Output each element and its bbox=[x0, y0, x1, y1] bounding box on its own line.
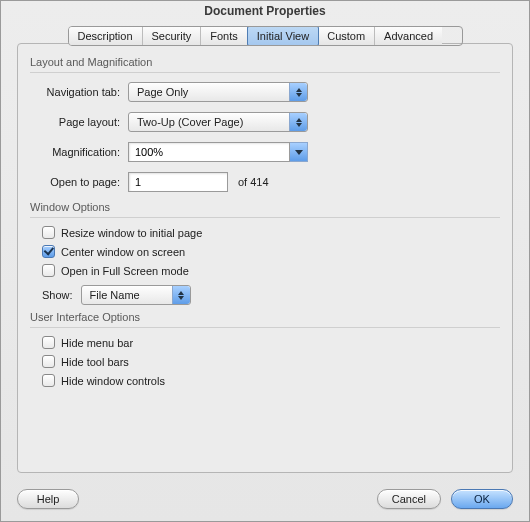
tab-initial-view[interactable]: Initial View bbox=[247, 26, 319, 46]
initial-view-panel: Layout and Magnification Navigation tab:… bbox=[17, 43, 513, 473]
window-title: Document Properties bbox=[1, 1, 529, 26]
updown-icon bbox=[172, 286, 190, 304]
ok-button[interactable]: OK bbox=[451, 489, 513, 509]
page-count-label: of 414 bbox=[238, 176, 269, 188]
magnification-label: Magnification: bbox=[30, 146, 128, 158]
hide-menubar-checkbox[interactable] bbox=[42, 336, 55, 349]
dialog-footer: Help Cancel OK bbox=[17, 489, 513, 509]
navigation-tab-value: Page Only bbox=[137, 86, 188, 98]
chevron-down-icon bbox=[290, 142, 308, 162]
tab-advanced[interactable]: Advanced bbox=[375, 27, 442, 45]
navigation-tab-select[interactable]: Page Only bbox=[128, 82, 308, 102]
fullscreen-label: Open in Full Screen mode bbox=[61, 265, 189, 277]
updown-icon bbox=[289, 113, 307, 131]
layout-group-header: Layout and Magnification bbox=[30, 56, 500, 73]
resize-window-checkbox[interactable] bbox=[42, 226, 55, 239]
show-select[interactable]: File Name bbox=[81, 285, 191, 305]
show-label: Show: bbox=[42, 289, 73, 301]
page-layout-select[interactable]: Two-Up (Cover Page) bbox=[128, 112, 308, 132]
center-window-checkbox[interactable] bbox=[42, 245, 55, 258]
hide-toolbars-checkbox[interactable] bbox=[42, 355, 55, 368]
cancel-button[interactable]: Cancel bbox=[377, 489, 441, 509]
updown-icon bbox=[289, 83, 307, 101]
tab-fonts[interactable]: Fonts bbox=[201, 27, 248, 45]
tabs-strip: Description Security Fonts Initial View … bbox=[68, 26, 463, 46]
ui-options-header: User Interface Options bbox=[30, 311, 500, 328]
show-value: File Name bbox=[90, 289, 140, 301]
open-to-page-input[interactable] bbox=[128, 172, 228, 192]
help-button[interactable]: Help bbox=[17, 489, 79, 509]
center-window-label: Center window on screen bbox=[61, 246, 185, 258]
magnification-input[interactable] bbox=[128, 142, 290, 162]
hide-window-controls-label: Hide window controls bbox=[61, 375, 165, 387]
tab-description[interactable]: Description bbox=[69, 27, 143, 45]
tab-custom[interactable]: Custom bbox=[318, 27, 375, 45]
document-properties-window: Document Properties Description Security… bbox=[0, 0, 530, 522]
magnification-combo[interactable] bbox=[128, 142, 308, 162]
window-options-header: Window Options bbox=[30, 201, 500, 218]
hide-toolbars-label: Hide tool bars bbox=[61, 356, 129, 368]
resize-window-label: Resize window to initial page bbox=[61, 227, 202, 239]
hide-menubar-label: Hide menu bar bbox=[61, 337, 133, 349]
tab-security[interactable]: Security bbox=[143, 27, 202, 45]
page-layout-value: Two-Up (Cover Page) bbox=[137, 116, 243, 128]
hide-window-controls-checkbox[interactable] bbox=[42, 374, 55, 387]
page-layout-label: Page layout: bbox=[30, 116, 128, 128]
fullscreen-checkbox[interactable] bbox=[42, 264, 55, 277]
navigation-tab-label: Navigation tab: bbox=[30, 86, 128, 98]
open-to-page-label: Open to page: bbox=[30, 176, 128, 188]
